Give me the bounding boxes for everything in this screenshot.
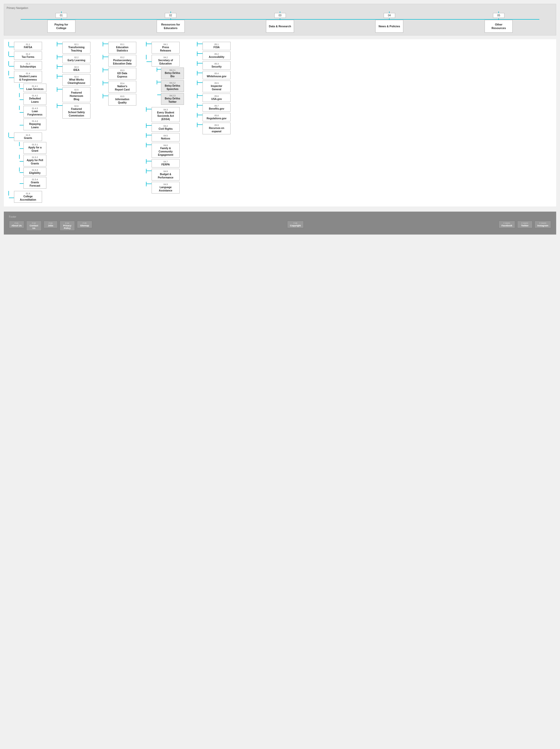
tree-col-04: 04.1 PressReleases 04.2 Secr: [144, 42, 195, 195]
nav-num-03[interactable]: 03: [274, 13, 286, 18]
node-01-5-2[interactable]: 01.5.2 Apply for PellGrants: [23, 155, 46, 167]
node-04-7[interactable]: 04.7 FERPA: [152, 159, 180, 168]
entry-04-1: 04.1 PressReleases: [146, 42, 193, 53]
tree-col-02: 02.1 TransformingTeaching 02.2 Early Lea…: [55, 42, 100, 120]
node-04-2-3[interactable]: 04.2.3 Betsy DeVosTwitter: [161, 93, 184, 105]
node-04-3[interactable]: 04.3 Every StudentSucceeds Act(ESSA): [152, 107, 180, 122]
node-02-5[interactable]: 02.5 FeaturedHomeroomBlog: [62, 87, 90, 102]
hl-05-4: [198, 73, 203, 73]
node-05-5[interactable]: 05.5 InspectorGeneral: [203, 81, 230, 92]
node-05-7[interactable]: 05.7 Benefits.gov: [203, 103, 230, 112]
node-01-4-3[interactable]: 01.4.3 LoanForgiveness: [23, 106, 46, 117]
hl-04-2-1: [157, 69, 161, 70]
footer-node-f02[interactable]: F.02 ContactUs: [26, 221, 42, 231]
vl-03-2: [103, 55, 103, 59]
entry-04-2-2: 04.2.2 Betsy DeVosSpeeches: [157, 80, 184, 92]
node-02-2[interactable]: 02.2 Early Learning: [62, 55, 90, 63]
entry-01-2: 01.2 Tax Forms: [8, 51, 53, 60]
footer-node-f01[interactable]: F.01 About Us: [9, 221, 24, 228]
nav-title-01[interactable]: Paying forCollege: [47, 20, 75, 33]
node-04-9[interactable]: 04.9 LanguageAssistance: [152, 182, 180, 193]
entry-05-8: 05.8 Regulations.gov: [197, 113, 236, 121]
node-05-9[interactable]: 05.9 Recursos enespanol: [203, 123, 230, 134]
nav-col-03: 03 Data & Research: [225, 12, 335, 33]
node-03-2[interactable]: 03.2 PostsecondaryEducation Data: [108, 55, 136, 67]
vl-05-1: [197, 42, 198, 46]
node-03-5[interactable]: 03.5 InformationQuality: [108, 94, 136, 106]
node-01-5-3[interactable]: 01.5.3 Eligibility: [23, 168, 46, 176]
node-01-6[interactable]: 01.6 CollegeAccreditation: [14, 191, 42, 203]
node-04-1[interactable]: 04.1 PressReleases: [152, 42, 180, 53]
vl-05-4: [197, 71, 198, 76]
node-04-6[interactable]: 04.6 Family &CommunityEngagement: [152, 143, 180, 158]
node-02-3[interactable]: 02.3 IDEA: [62, 64, 90, 73]
vl-05-7: [197, 103, 198, 108]
hl-01-1: [9, 47, 14, 47]
node-01-4-1[interactable]: 01.4.1 Loan Services: [23, 84, 46, 92]
node-05-2[interactable]: 05.2 Accessibility: [203, 51, 230, 60]
entry-01-4-1: 01.4.1 Loan Services: [19, 84, 46, 92]
node-02-6[interactable]: 02.6 FeaturedSchool SafetyCommission: [62, 104, 90, 119]
node-01-4[interactable]: 01.4 Student Loans& Forgiveness: [14, 71, 42, 83]
node-02-4[interactable]: 02.4 What WorksClearinghouse: [62, 74, 90, 86]
footer-node-f04[interactable]: F.04 PrivacyPolicy: [60, 221, 75, 231]
footer-node-f03[interactable]: F.03 Jobs: [44, 221, 58, 228]
nav-title-03[interactable]: Data & Research: [266, 20, 294, 33]
tree-col-05: 05.1 FOIA 05.2 Accessibility: [195, 42, 238, 136]
node-04-8[interactable]: 04.8 Budget &Performance: [152, 169, 180, 180]
node-05-8[interactable]: 05.8 Regulations.gov: [203, 113, 230, 121]
node-05-6[interactable]: 05.6 USA.gov: [203, 93, 230, 102]
hl-05-1: [198, 44, 203, 44]
node-04-5[interactable]: 04.5 Notices: [152, 133, 180, 142]
tree-col-03: 03.1 EducationStatistics 03.2 Postsecond…: [100, 42, 144, 107]
nav-num-05[interactable]: 05: [493, 13, 505, 18]
entry-05-4: 05.4 Whitehouse.gov: [197, 71, 236, 79]
node-01-2[interactable]: 01.2 Tax Forms: [14, 51, 42, 60]
node-01-5[interactable]: 01.5 Grants: [14, 133, 42, 141]
node-05-4[interactable]: 05.4 Whitehouse.gov: [203, 71, 230, 79]
node-01-1[interactable]: 01.1 FAFSA: [14, 42, 42, 50]
entry-05-1: 05.1 FOIA: [197, 42, 236, 50]
vl-04-2-1: [157, 68, 157, 72]
node-03-1[interactable]: 03.1 EducationStatistics: [108, 42, 136, 53]
vl-05-6: [197, 93, 198, 98]
footer-node-f05[interactable]: F.05 Sitemap: [77, 221, 92, 228]
entry-01-4-2: 01.4.2 DefaultedLoans: [19, 93, 46, 105]
entry-05-2: 05.2 Accessibility: [197, 51, 236, 60]
node-04-4[interactable]: 04.4 Civil Rights: [152, 123, 180, 132]
node-03-3[interactable]: 03.3 ED DataExpress: [108, 68, 136, 80]
hl-02-5: [57, 89, 62, 89]
entry-01-4-4: 01.4.4 RepayingLoans: [19, 119, 46, 130]
hl-02-4: [57, 76, 62, 77]
nav-title-05[interactable]: OtherResources: [485, 20, 513, 33]
node-01-3[interactable]: 01.3 Scholarships: [14, 61, 42, 70]
node-03-4[interactable]: 03.4 Nation'sReport Card: [108, 81, 136, 92]
footer-node-fsm02[interactable]: F.SM02 Twitter: [517, 221, 533, 228]
footer-node-fsm01[interactable]: F.SM01 Facebook: [499, 221, 515, 228]
node-01-4-4[interactable]: 01.4.4 RepayingLoans: [23, 119, 46, 130]
nav-num-01[interactable]: 01: [55, 13, 67, 18]
hl-02-2: [57, 57, 62, 57]
node-05-1[interactable]: 05.1 FOIA: [203, 42, 230, 50]
nav-num-04[interactable]: 04: [384, 13, 395, 18]
node-04-2-1[interactable]: 04.2.1 Betsy DeVosBio: [161, 68, 184, 79]
node-04-2-2[interactable]: 04.2.2 Betsy DeVosSpeeches: [161, 80, 184, 92]
entry-01-5-1: 01.5.1 Apply for aGrant: [19, 142, 46, 154]
nav-num-02[interactable]: 02: [165, 13, 176, 18]
hl-04-5: [147, 135, 152, 135]
node-01-4-2[interactable]: 01.4.2 DefaultedLoans: [23, 93, 46, 105]
vl-03-3: [103, 68, 103, 72]
footer-node-f06[interactable]: F.06 Copyright: [287, 221, 304, 228]
vl-03-5: [103, 94, 103, 99]
footer-node-fsm03[interactable]: F.SM03 Instagram: [535, 221, 551, 228]
node-04-2[interactable]: 04.2 Secretary ofEducation: [152, 55, 180, 67]
nav-title-04[interactable]: News & Policies: [375, 20, 403, 33]
node-05-3[interactable]: 05.3 Security: [203, 61, 230, 70]
node-02-1[interactable]: 02.1 TransformingTeaching: [62, 42, 90, 53]
node-01-5-4[interactable]: 01.5.4 GrantsForecast: [23, 177, 46, 189]
nav-col-05: 05 OtherResources: [444, 12, 553, 33]
nav-title-02[interactable]: Resources forEducators: [157, 20, 185, 33]
node-01-5-1[interactable]: 01.5.1 Apply for aGrant: [23, 142, 46, 154]
entry-05-7: 05.7 Benefits.gov: [197, 103, 236, 112]
entry-04-7: 04.7 FERPA: [146, 159, 193, 168]
